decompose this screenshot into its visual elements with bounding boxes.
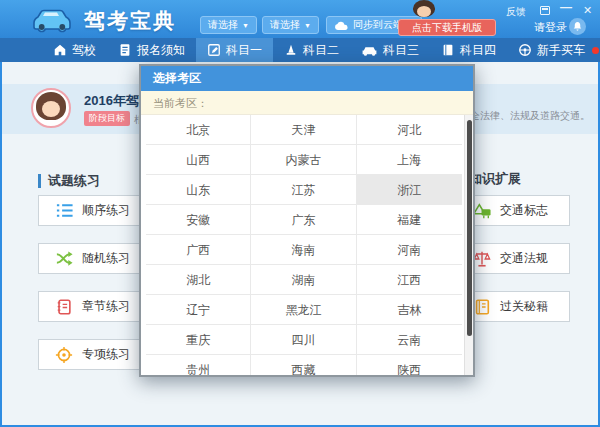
province-cell[interactable]: 福建: [357, 205, 462, 235]
select-dropdown-2[interactable]: 请选择 ▼: [262, 16, 319, 34]
province-cell[interactable]: 内蒙古: [251, 145, 356, 175]
practice-section-header: 试题练习: [38, 174, 100, 188]
province-cell[interactable]: 贵州: [146, 355, 251, 375]
user-avatar: [31, 88, 71, 128]
province-cell[interactable]: 西藏: [251, 355, 356, 375]
nav-item-label: 新手买车: [537, 42, 585, 59]
secret-book-icon: [472, 298, 492, 316]
scrollbar-thumb[interactable]: [467, 120, 472, 336]
current-region-label: 当前考区：: [141, 91, 473, 115]
modal-title: 选择考区: [141, 66, 473, 91]
special-practice-button[interactable]: 专项练习: [38, 339, 152, 370]
target-icon: [54, 346, 74, 364]
nav-item-label: 科目一: [226, 42, 262, 59]
province-cell[interactable]: 山东: [146, 175, 251, 205]
nav-item-subject-1[interactable]: 科目一: [196, 38, 273, 62]
chapter-practice-button[interactable]: 章节练习: [38, 291, 152, 322]
shuffle-icon: [54, 249, 74, 268]
nav-item-label: 科目二: [303, 42, 339, 59]
province-cell[interactable]: 广西: [146, 235, 251, 265]
ordered-list-icon: [54, 201, 74, 220]
province-cell[interactable]: 海南: [251, 235, 356, 265]
feedback-link[interactable]: 反馈: [506, 5, 526, 19]
sequential-practice-button[interactable]: 顺序练习: [38, 195, 152, 226]
province-cell[interactable]: 黑龙江: [251, 295, 356, 325]
select-dropdown-2-label: 请选择: [270, 18, 300, 32]
province-cell[interactable]: 江苏: [251, 175, 356, 205]
notification-dot: [592, 47, 599, 54]
nav-item-label: 科目三: [383, 42, 419, 59]
app-logo-car-icon: [30, 7, 74, 37]
document-icon: [118, 43, 132, 57]
nav-item-subject-3[interactable]: 科目三: [350, 38, 430, 62]
traffic-cone-icon: [284, 43, 298, 57]
home-icon: [53, 43, 67, 57]
bell-icon: [572, 21, 583, 32]
province-cell[interactable]: 重庆: [146, 325, 251, 355]
nav-item-subject-4[interactable]: 科目四: [430, 38, 507, 62]
province-cell[interactable]: 上海: [357, 145, 462, 175]
button-label: 专项练习: [82, 346, 130, 363]
province-cell[interactable]: 湖南: [251, 265, 356, 295]
province-cell[interactable]: 四川: [251, 325, 356, 355]
login-link[interactable]: 请登录: [534, 20, 567, 35]
button-label: 交通标志: [500, 202, 548, 219]
select-region-modal: 选择考区 当前考区： 北京天津河北山西内蒙古上海山东江苏浙江安徽广东福建广西海南…: [139, 64, 475, 377]
province-cell[interactable]: 广东: [251, 205, 356, 235]
practice-button-column: 顺序练习随机练习章节练习专项练习: [38, 195, 152, 370]
modal-scrollbar[interactable]: [464, 115, 473, 375]
province-cell[interactable]: 云南: [357, 325, 462, 355]
province-cell[interactable]: 江西: [357, 265, 462, 295]
notification-bell-button[interactable]: [569, 18, 586, 35]
random-practice-button[interactable]: 随机练习: [38, 243, 152, 274]
steering-wheel-icon: [518, 43, 532, 57]
province-cell[interactable]: 湖北: [146, 265, 251, 295]
chevron-down-icon: ▼: [304, 22, 311, 29]
province-cell[interactable]: 浙江: [357, 175, 462, 205]
nav-item-label: 报名须知: [137, 42, 185, 59]
mascot-avatar: [412, 0, 436, 19]
nav-item-label: 科目四: [460, 42, 496, 59]
cloud-sync-label: 同步到云端: [353, 18, 403, 32]
province-cell[interactable]: 天津: [251, 115, 356, 145]
car-icon: [361, 44, 378, 57]
nav-item-subject-2[interactable]: 科目二: [273, 38, 350, 62]
button-label: 随机练习: [82, 250, 130, 267]
province-cell[interactable]: 辽宁: [146, 295, 251, 325]
province-cell[interactable]: 陕西: [357, 355, 462, 375]
banner-desc-right: 全法律、法规及道路交通。: [470, 109, 590, 123]
province-cell[interactable]: 河南: [357, 235, 462, 265]
download-mobile-button[interactable]: 点击下载手机版: [398, 19, 496, 36]
app-window: 驾考宝典 请选择 ▼ 请选择 ▼ 同步到云端 ▼ 点击下载手机版 反馈 — ✕ …: [0, 0, 600, 427]
notebook-icon: [54, 298, 74, 316]
province-cell[interactable]: 河北: [357, 115, 462, 145]
titlebar: 驾考宝典 请选择 ▼ 请选择 ▼ 同步到云端 ▼ 点击下载手机版 反馈 — ✕ …: [0, 0, 600, 38]
minimize-button[interactable]: —: [560, 0, 572, 14]
province-cell[interactable]: 北京: [146, 115, 251, 145]
app-title: 驾考宝典: [84, 7, 176, 35]
button-label: 章节练习: [82, 298, 130, 315]
stage-goal-badge: 阶段目标: [84, 111, 130, 126]
button-label: 过关秘籍: [500, 298, 548, 315]
book-icon: [441, 43, 455, 57]
province-cell[interactable]: 山西: [146, 145, 251, 175]
province-cell[interactable]: 安徽: [146, 205, 251, 235]
province-cell[interactable]: 吉林: [357, 295, 462, 325]
select-dropdown-1[interactable]: 请选择 ▼: [200, 16, 257, 34]
close-button[interactable]: ✕: [583, 4, 592, 17]
skin-icon[interactable]: [540, 6, 550, 15]
nav-item-signup-notice[interactable]: 报名须知: [107, 38, 196, 62]
select-dropdown-1-label: 请选择: [208, 18, 238, 32]
province-grid-wrap: 北京天津河北山西内蒙古上海山东江苏浙江安徽广东福建广西海南河南湖北湖南江西辽宁黑…: [141, 115, 473, 375]
province-grid: 北京天津河北山西内蒙古上海山东江苏浙江安徽广东福建广西海南河南湖北湖南江西辽宁黑…: [146, 115, 462, 375]
nav-item-label: 驾校: [72, 42, 96, 59]
button-label: 顺序练习: [82, 202, 130, 219]
navbar: 驾校报名须知科目一科目二科目三科目四新手买车: [0, 38, 600, 62]
chevron-down-icon: ▼: [242, 22, 249, 29]
traffic-sign-icon: [472, 202, 492, 220]
nav-item-newbie-buy-car[interactable]: 新手买车: [507, 38, 600, 62]
cloud-icon: [334, 20, 349, 31]
button-label: 交通法规: [500, 250, 548, 267]
scales-icon: [472, 250, 492, 268]
nav-item-driving-school[interactable]: 驾校: [42, 38, 107, 62]
